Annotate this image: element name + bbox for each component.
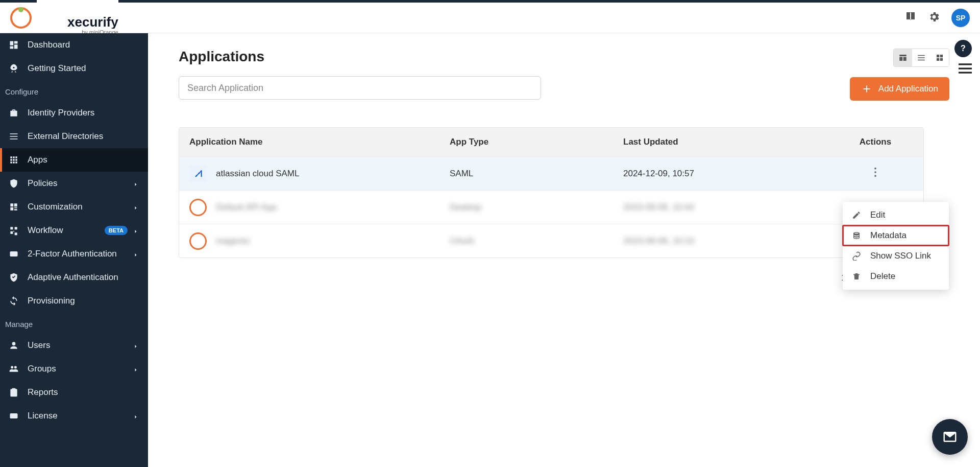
beta-badge: BETA	[105, 226, 128, 235]
sidebar-item-reports[interactable]: Reports	[0, 381, 148, 404]
help-fab[interactable]: ?	[954, 40, 972, 57]
atlassian-icon: ⩘	[189, 165, 207, 182]
sidebar: Dashboard Getting Started Configure Iden…	[0, 33, 148, 467]
add-application-button[interactable]: Add Application	[850, 77, 949, 101]
sidebar-item-label: Dashboard	[28, 40, 140, 50]
cell-updated: 2023-09-08, 10:44	[623, 202, 838, 213]
briefcase-icon	[8, 107, 19, 119]
svg-point-4	[874, 175, 876, 177]
sidebar-item-getting-started[interactable]: Getting Started	[0, 57, 148, 80]
popover-label: Delete	[870, 271, 895, 282]
chevron-right-icon	[133, 365, 140, 372]
sidebar-item-label: Groups	[28, 364, 133, 374]
svg-point-2	[874, 168, 876, 170]
row-actions-button[interactable]	[869, 164, 882, 183]
sidebar-item-workflow[interactable]: Workflow BETA	[0, 219, 148, 242]
shield-icon	[8, 178, 19, 189]
cell-app-type: SAML	[450, 169, 623, 179]
gear-icon[interactable]	[928, 11, 940, 25]
sidebar-item-two-factor[interactable]: 2-Factor Authentication	[0, 242, 148, 266]
workflow-icon	[8, 225, 19, 236]
sidebar-item-policies[interactable]: Policies	[0, 172, 148, 195]
col-header-type: App Type	[450, 137, 623, 147]
view-toggle	[893, 49, 949, 67]
view-table-button[interactable]	[894, 49, 912, 66]
mail-fab[interactable]	[932, 419, 968, 455]
view-grid-button[interactable]	[930, 49, 949, 66]
sidebar-item-label: Workflow	[28, 225, 105, 236]
sidebar-item-label: License	[28, 411, 133, 421]
svg-rect-1	[10, 413, 18, 418]
list-icon	[8, 131, 19, 142]
book-icon[interactable]	[904, 11, 917, 25]
chevron-right-icon	[133, 203, 140, 211]
sidebar-item-label: Apps	[28, 155, 140, 165]
applications-table: Application Name App Type Last Updated A…	[179, 127, 924, 258]
sidebar-section-manage: Manage	[0, 313, 148, 334]
license-icon	[8, 410, 19, 422]
sidebar-section-configure: Configure	[0, 80, 148, 101]
table-row[interactable]: Default API App Desktop 2023-09-08, 10:4…	[179, 190, 923, 224]
mail-icon	[942, 429, 958, 445]
popover-edit[interactable]: Edit	[843, 205, 949, 225]
sidebar-item-label: External Directories	[28, 131, 140, 142]
database-icon	[852, 231, 861, 240]
adaptive-icon	[8, 272, 19, 283]
sidebar-item-label: Reports	[28, 387, 140, 398]
customization-icon	[8, 201, 19, 213]
sidebar-item-label: 2-Factor Authentication	[28, 249, 133, 259]
sidebar-item-customization[interactable]: Customization	[0, 195, 148, 219]
popover-metadata[interactable]: Metadata	[843, 225, 949, 246]
row-actions-popover: Edit Metadata Show SSO Link Delete	[843, 202, 949, 290]
view-list-button[interactable]	[912, 49, 930, 66]
avatar[interactable]: SP	[951, 9, 970, 27]
popover-label: Show SSO Link	[870, 251, 931, 261]
sidebar-item-groups[interactable]: Groups	[0, 357, 148, 381]
sidebar-item-label: Customization	[28, 202, 133, 212]
sidebar-item-users[interactable]: Users	[0, 334, 148, 357]
sidebar-item-apps[interactable]: Apps	[0, 148, 148, 172]
table-row[interactable]: magento OAuth 2023-08-08, 10:10	[179, 224, 923, 258]
apps-icon	[8, 154, 19, 166]
col-header-actions: Actions	[838, 137, 913, 147]
sidebar-item-license[interactable]: License	[0, 404, 148, 428]
main-content: Applications Add Application Application…	[148, 33, 980, 467]
hamburger-icon[interactable]	[959, 63, 972, 76]
col-header-updated: Last Updated	[623, 137, 838, 147]
dashboard-icon	[8, 39, 19, 51]
popover-label: Metadata	[870, 230, 906, 241]
svg-rect-0	[10, 251, 18, 256]
cell-updated: 2023-08-08, 10:10	[623, 236, 838, 246]
search-input[interactable]	[179, 76, 541, 100]
sidebar-item-external-directories[interactable]: External Directories	[0, 125, 148, 148]
pager: 1–3 of 3	[179, 270, 924, 285]
sidebar-item-label: Adaptive Authentication	[28, 272, 140, 283]
table-row[interactable]: ⩘ atlassian cloud SAML SAML 2024-12-09, …	[179, 156, 923, 190]
plus-icon	[861, 83, 872, 95]
rocket-icon	[8, 63, 19, 74]
sidebar-item-provisioning[interactable]: Provisioning	[0, 289, 148, 313]
trash-icon	[852, 272, 861, 281]
sidebar-item-dashboard[interactable]: Dashboard	[0, 33, 148, 57]
sidebar-item-identity-providers[interactable]: Identity Providers	[0, 101, 148, 125]
sidebar-item-adaptive[interactable]: Adaptive Authentication	[0, 266, 148, 289]
cell-app-type: OAuth	[450, 236, 623, 246]
user-icon	[8, 340, 19, 351]
pencil-icon	[852, 211, 861, 220]
app-icon	[189, 199, 207, 216]
cell-app-name: atlassian cloud SAML	[216, 169, 299, 179]
svg-point-3	[874, 171, 876, 173]
chevron-right-icon	[133, 227, 140, 234]
popover-delete[interactable]: Delete	[843, 266, 949, 287]
clipboard-icon	[8, 387, 19, 398]
sidebar-item-label: Identity Providers	[28, 108, 140, 118]
app-icon	[189, 232, 207, 250]
brand-logo[interactable]: xecurify by miniOrange	[10, 0, 118, 35]
col-header-name: Application Name	[189, 137, 450, 147]
chevron-right-icon	[133, 250, 140, 258]
popover-label: Edit	[870, 210, 885, 220]
popover-show-sso[interactable]: Show SSO Link	[843, 246, 949, 266]
sidebar-item-label: Policies	[28, 178, 133, 189]
cell-app-name: Default API App	[216, 202, 277, 213]
cell-app-name: magento	[216, 236, 250, 246]
